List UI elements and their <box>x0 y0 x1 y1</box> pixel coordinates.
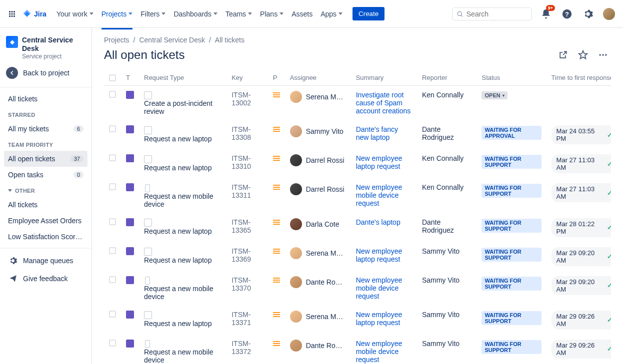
open-external-icon[interactable] <box>555 47 571 63</box>
summary-link[interactable]: Investigate root cause of Spam account c… <box>356 91 411 115</box>
table-row[interactable]: Request a new laptopITSM-13371Serena Meh… <box>104 306 611 335</box>
summary-link[interactable]: New employee laptop request <box>356 311 402 327</box>
status-badge[interactable]: WAITING FOR SUPPORT <box>482 340 541 354</box>
sidebar-item[interactable]: All my tickets6 <box>4 121 88 137</box>
summary-link[interactable]: New employee laptop request <box>356 247 402 263</box>
sidebar-all-tickets[interactable]: All tickets <box>4 91 88 107</box>
sidebar-item[interactable]: All tickets <box>4 197 88 213</box>
issue-key[interactable]: ITSM-13369 <box>226 242 268 271</box>
status-badge[interactable]: WAITING FOR SUPPORT <box>482 277 541 291</box>
table-row[interactable]: Request a new mobile deviceITSM-13370Dan… <box>104 271 611 306</box>
summary-link[interactable]: Dante's laptop <box>356 218 400 226</box>
column-header[interactable]: T <box>121 70 139 86</box>
column-header[interactable]: Request Type <box>139 70 226 86</box>
assignee[interactable]: Dante Rodri… <box>290 276 346 288</box>
assignee[interactable]: Sammy Vito <box>290 125 346 137</box>
table-row[interactable]: Request a new mobile deviceITSM-13372Dan… <box>104 335 611 364</box>
issue-key[interactable]: ITSM-13371 <box>226 306 268 335</box>
settings-icon[interactable] <box>580 6 596 22</box>
table-row[interactable]: Request a new laptopITSM-13310Darrel Ros… <box>104 149 611 178</box>
breadcrumb-link[interactable]: Central Service Desk <box>139 36 205 44</box>
svg-point-4 <box>602 54 604 55</box>
table-row[interactable]: Request a new laptopITSM-13369Serena Meh… <box>104 242 611 271</box>
page-title: All open tickets <box>104 48 184 62</box>
sidebar-action-gear[interactable]: Manage queues <box>4 252 88 270</box>
row-checkbox[interactable] <box>109 311 116 318</box>
table-row[interactable]: Request a new laptopITSM-13308Sammy Vito… <box>104 120 611 149</box>
assignee[interactable]: Serena Meh… <box>290 91 346 103</box>
nav-teams[interactable]: Teams <box>222 7 256 21</box>
assignee[interactable]: Darrel Rossi <box>290 183 346 195</box>
row-checkbox[interactable] <box>109 247 116 254</box>
summary-link[interactable]: New employee mobile device request <box>356 276 402 300</box>
status-badge[interactable]: WAITING FOR SUPPORT <box>482 248 541 262</box>
column-header[interactable] <box>104 70 121 86</box>
table-row[interactable]: Request a new laptopITSM-13365Darla Cote… <box>104 213 611 242</box>
column-header[interactable]: Assignee <box>285 70 351 86</box>
assignee[interactable]: Darrel Rossi <box>290 154 346 166</box>
assignee[interactable]: Serena Meh… <box>290 247 346 259</box>
issue-key[interactable]: ITSM-13311 <box>226 178 268 213</box>
help-icon[interactable]: ? <box>559 6 575 22</box>
summary-link[interactable]: New employee mobile device request <box>356 340 402 364</box>
nav-filters[interactable]: Filters <box>136 7 170 21</box>
nav-projects[interactable]: Projects <box>98 7 137 21</box>
table-row[interactable]: Create a post-incident reviewITSM-13002S… <box>104 86 611 121</box>
issue-key[interactable]: ITSM-13365 <box>226 213 268 242</box>
status-badge[interactable]: WAITING FOR APPROVAL <box>482 126 541 140</box>
sidebar-item[interactable]: Open tasks0 <box>4 167 88 183</box>
nav-apps[interactable]: Apps <box>316 7 346 21</box>
status-badge[interactable]: WAITING FOR SUPPORT <box>482 219 541 233</box>
row-checkbox[interactable] <box>109 218 116 225</box>
nav-plans[interactable]: Plans <box>256 7 288 21</box>
issue-key[interactable]: ITSM-13308 <box>226 120 268 149</box>
issue-key[interactable]: ITSM-13310 <box>226 149 268 178</box>
notifications-icon[interactable]: 9+ <box>538 6 554 22</box>
assignee[interactable]: Darla Cote <box>290 218 346 230</box>
assignee[interactable]: Serena Meh… <box>290 311 346 323</box>
column-header[interactable]: Time to first response <box>546 70 611 86</box>
sidebar-action-megaphone[interactable]: Give feedback <box>4 270 88 288</box>
status-badge[interactable]: OPEN ▾ <box>482 91 507 99</box>
back-to-project[interactable]: Back to project <box>4 62 88 84</box>
breadcrumb-link[interactable]: Projects <box>104 36 130 44</box>
issue-key[interactable]: ITSM-13372 <box>226 335 268 364</box>
row-checkbox[interactable] <box>109 125 116 132</box>
status-badge[interactable]: WAITING FOR SUPPORT <box>482 311 541 325</box>
more-icon[interactable] <box>595 47 611 63</box>
search-input[interactable] <box>452 7 532 20</box>
column-header[interactable]: Summary <box>351 70 417 86</box>
row-checkbox[interactable] <box>109 183 116 190</box>
jira-logo[interactable]: Jira <box>22 9 46 19</box>
issue-key[interactable]: ITSM-13370 <box>226 271 268 306</box>
summary-link[interactable]: New employee mobile device request <box>356 183 402 207</box>
nav-dashboards[interactable]: Dashboards <box>170 7 222 21</box>
column-header[interactable]: P <box>268 70 285 86</box>
summary-link[interactable]: New employee laptop request <box>356 154 402 170</box>
row-checkbox[interactable] <box>109 154 116 161</box>
project-header[interactable]: ◆ Central Service Desk Service project <box>4 34 88 62</box>
status-badge[interactable]: WAITING FOR SUPPORT <box>482 155 541 169</box>
create-button[interactable]: Create <box>352 7 384 20</box>
status-badge[interactable]: WAITING FOR SUPPORT <box>482 184 541 198</box>
issue-key[interactable]: ITSM-13002 <box>226 86 268 121</box>
select-all-checkbox[interactable] <box>109 74 116 81</box>
table-row[interactable]: Request a new mobile deviceITSM-13311Dar… <box>104 178 611 213</box>
row-checkbox[interactable] <box>109 276 116 283</box>
sidebar-item[interactable]: Low Satisfaction Scores (P… <box>4 229 88 245</box>
breadcrumb-link[interactable]: All tickets <box>215 36 244 44</box>
sidebar-item[interactable]: All open tickets37 <box>4 151 88 167</box>
row-checkbox[interactable] <box>109 340 116 347</box>
row-checkbox[interactable] <box>109 91 116 98</box>
summary-link[interactable]: Dante's fancy new laptop <box>356 125 398 141</box>
user-avatar[interactable] <box>601 6 617 22</box>
star-icon[interactable] <box>575 47 591 63</box>
column-header[interactable]: Key <box>226 70 268 86</box>
nav-assets[interactable]: Assets <box>288 7 316 21</box>
column-header[interactable]: Reporter <box>417 70 477 86</box>
sidebar-item[interactable]: Employee Asset Orders <box>4 213 88 229</box>
column-header[interactable]: Status <box>476 70 546 86</box>
nav-your-work[interactable]: Your work <box>52 7 98 21</box>
assignee[interactable]: Dante Rodri… <box>290 340 346 352</box>
app-switcher-icon[interactable] <box>6 8 18 20</box>
